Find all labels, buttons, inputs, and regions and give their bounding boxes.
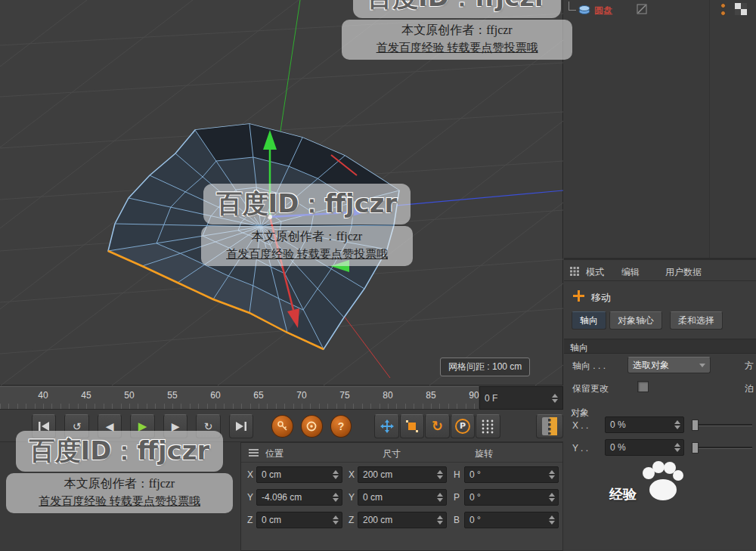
tab-object-axis[interactable]: 对象轴心: [609, 311, 662, 330]
autokey-button[interactable]: [301, 415, 323, 438]
ruler-tick: 65: [253, 390, 263, 401]
rotation-h-field[interactable]: 0 °: [464, 466, 559, 483]
watermark-bottom-left: 百度ID：ffjczr 本文原创作者：ffjczr 首发百度经验 转载要点赞投票…: [6, 431, 233, 513]
panel-grid-icon: [570, 267, 579, 276]
rotate-tool-button[interactable]: ↻: [425, 414, 449, 438]
record-ring-icon: [305, 420, 318, 432]
key-icon: [277, 420, 289, 432]
slider-knob[interactable]: [692, 419, 699, 431]
chevron-down-icon: [699, 364, 705, 367]
disc-object-icon: [578, 2, 591, 16]
position-y-field[interactable]: -4.096 cm: [256, 489, 342, 506]
keyframe-selection-button[interactable]: ?: [330, 415, 352, 438]
axis-section-header[interactable]: 轴向: [564, 339, 756, 354]
object-name: 圆盘: [594, 5, 612, 17]
dots-grid-icon: [481, 419, 494, 434]
scale-tool-button[interactable]: [400, 414, 424, 438]
attribute-menu-bar: 模式 编辑 用户数据: [564, 260, 756, 281]
timeline-ruler[interactable]: 40 45 50 55 60 65 70 75 80 85 90: [0, 386, 479, 410]
move-plus-icon: [573, 290, 584, 302]
object-row-disc[interactable]: 圆盘: [564, 0, 756, 20]
axis-y-row: Y . . 0 %: [564, 437, 756, 460]
field-stepper[interactable]: [674, 420, 680, 429]
menu-edit[interactable]: 编辑: [621, 266, 640, 279]
watermark-big-text: 百度ID：ffjczr: [16, 431, 224, 472]
frame-stepper[interactable]: [552, 394, 558, 403]
size-header: 尺寸: [383, 447, 401, 460]
keyframe-dots-button[interactable]: [476, 414, 500, 438]
question-icon: ?: [338, 420, 345, 432]
ruler-tick: 45: [81, 390, 91, 401]
skip-end-icon: [235, 422, 247, 431]
field-stepper[interactable]: [674, 443, 680, 452]
keep-changes-checkbox[interactable]: [637, 381, 649, 392]
ruler-tick: 85: [426, 390, 435, 401]
coords-row-z: Z 0 cm Z 200 cm B 0 °: [241, 510, 562, 531]
ruler-tick: 75: [339, 390, 349, 401]
layer-icon[interactable]: [637, 4, 647, 14]
timeline-layout-button[interactable]: [536, 414, 563, 438]
menu-userdata[interactable]: 用户数据: [665, 266, 702, 279]
menu-mode[interactable]: 模式: [586, 266, 604, 279]
axis-x-field[interactable]: 0 %: [605, 416, 684, 433]
slider-knob[interactable]: [692, 442, 699, 453]
list-icon: [249, 449, 259, 457]
coordinate-system-button[interactable]: P: [451, 414, 475, 438]
coords-row-x: X 0 cm X 200 cm H 0 °: [241, 465, 562, 485]
axis-mode-dropdown[interactable]: 选取对象: [627, 357, 711, 373]
move-cross-icon: [380, 419, 395, 434]
position-z-field[interactable]: 0 cm: [256, 512, 342, 528]
ruler-tick: 70: [296, 390, 306, 401]
current-frame-field[interactable]: 0 F: [479, 386, 563, 410]
baidu-logo-text: 经验: [609, 485, 637, 503]
rotation-header: 旋转: [475, 447, 493, 460]
coordinates-header: 位置 尺寸 旋转: [241, 443, 562, 463]
tab-soft-select[interactable]: 柔和选择: [670, 311, 723, 330]
field-stepper[interactable]: [549, 515, 555, 525]
size-y-field[interactable]: 0 cm: [358, 489, 447, 506]
axis-mode-row: 轴向 . . . 选取对象 方: [564, 354, 756, 376]
field-stepper[interactable]: [437, 515, 443, 525]
visibility-dots[interactable]: [720, 3, 726, 16]
position-header: 位置: [265, 447, 284, 460]
field-stepper[interactable]: [333, 470, 339, 479]
p-circle-icon: P: [455, 419, 470, 434]
field-stepper[interactable]: [437, 470, 443, 479]
field-stepper[interactable]: [333, 493, 339, 502]
keep-changes-row: 保留更改 泊: [564, 376, 756, 399]
baidu-paw-icon: [637, 458, 689, 508]
position-x-field[interactable]: 0 cm: [256, 466, 342, 483]
ruler-tick: 55: [167, 390, 177, 401]
c4d-window: 网格间距 : 100 cm 百度ID：ffjczr 本文原创作者：ffjczr …: [0, 0, 756, 551]
grid-spacing-label: 网格间距 : 100 cm: [440, 358, 530, 376]
baidu-logo-watermark: 经验: [609, 458, 700, 526]
skip-start-icon: [38, 422, 50, 431]
ruler-tick: 90: [469, 390, 479, 401]
scale-box-icon: [405, 419, 419, 433]
ruler-tick: 80: [383, 390, 392, 401]
field-stepper[interactable]: [549, 493, 555, 502]
size-x-field[interactable]: 200 cm: [358, 466, 447, 483]
watermark-middle: 百度ID：ffjczr 本文原创作者：ffjczr 首发百度经验 转载要点赞投票…: [201, 184, 413, 266]
rotation-p-field[interactable]: 0 °: [464, 489, 559, 506]
ruler-tick: 50: [124, 390, 134, 401]
axis-y-field[interactable]: 0 %: [605, 439, 684, 456]
ruler-tick: 40: [38, 390, 48, 401]
field-stepper[interactable]: [549, 470, 555, 479]
attribute-tabs: 轴向 对象轴心 柔和选择: [564, 311, 756, 333]
size-z-field[interactable]: 200 cm: [358, 512, 447, 528]
tab-axis[interactable]: 轴向: [572, 311, 606, 330]
record-keyframe-button[interactable]: [271, 415, 293, 438]
axis-x-slider[interactable]: [692, 424, 752, 426]
texture-checker-icon[interactable]: [735, 3, 747, 15]
coords-row-y: Y -4.096 cm Y 0 cm P 0 °: [241, 488, 562, 508]
rotation-b-field[interactable]: 0 °: [464, 512, 559, 528]
axis-y-slider[interactable]: [692, 447, 752, 449]
move-tool-button[interactable]: [374, 414, 398, 438]
field-stepper[interactable]: [437, 493, 443, 502]
ruler-tick: 60: [210, 390, 220, 401]
field-stepper[interactable]: [333, 515, 339, 525]
coordinates-panel: 位置 尺寸 旋转 X 0 cm X 200 cm H 0 ° Y -: [240, 442, 563, 551]
object-manager: 圆盘: [564, 0, 756, 260]
active-tool-row: 移动: [564, 281, 756, 311]
